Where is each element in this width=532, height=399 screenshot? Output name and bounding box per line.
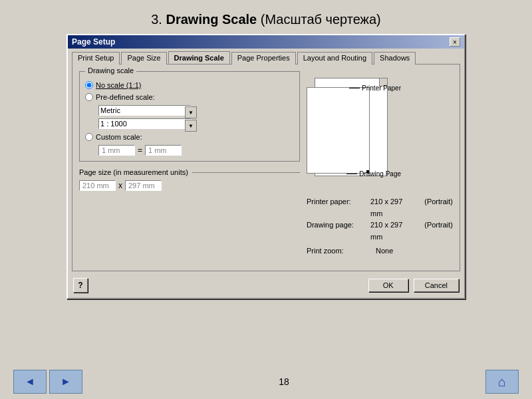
paper-preview-container: Printer Paper Drawing Page <box>307 78 400 191</box>
page-number: 18 <box>279 376 289 387</box>
printer-paper-value: 210 x 297 mm <box>370 196 415 219</box>
ratio-select[interactable]: 1 : 1000 <box>98 118 192 129</box>
radio-no-scale-input[interactable] <box>85 81 93 89</box>
prev-icon: ◄ <box>25 376 35 388</box>
paper-preview-area: Printer Paper Drawing Page Printer paper… <box>307 71 453 264</box>
radio-group: No scale (1:1) Pre-defined scale: Metric <box>85 81 294 156</box>
ratio-select-wrapper: 1 : 1000 <box>98 118 198 129</box>
home-button[interactable]: ⌂ <box>485 370 519 394</box>
radio-custom-input[interactable] <box>85 133 93 141</box>
custom-scale-input1[interactable] <box>98 145 135 156</box>
tab-page-properties[interactable]: Page Properties <box>231 52 296 65</box>
radio-predefined-input[interactable] <box>85 93 93 101</box>
metric-select[interactable]: Metric <box>98 105 192 116</box>
nav-bar: ◄ ► 18 ⌂ <box>0 364 532 399</box>
drawing-page-label-container: Drawing Page <box>346 170 401 178</box>
drawing-page-orient: (Portrait) <box>424 219 453 243</box>
info-text: Printer paper: 210 x 297 mm (Portrait) D… <box>307 196 453 257</box>
drawing-scale-section: Drawing scale No scale (1:1) Pre-d <box>79 71 300 162</box>
tab-drawing-scale[interactable]: Drawing Scale <box>168 51 230 64</box>
tabs-bar: Print Setup Page Size Drawing Scale Page… <box>68 49 464 64</box>
drawing-page-label: Drawing Page <box>359 170 401 178</box>
printer-paper-orient: (Portrait) <box>424 196 453 219</box>
tab-print-setup[interactable]: Print Setup <box>72 52 120 65</box>
radio-custom-label: Custom scale: <box>96 133 142 141</box>
prev-button[interactable]: ◄ <box>13 370 47 394</box>
radio-custom[interactable]: Custom scale: <box>85 133 294 141</box>
cancel-button[interactable]: Cancel <box>414 279 459 292</box>
page-size-label-line: Page size (in measurement units) <box>79 168 300 176</box>
printer-paper-label-container: Printer Paper <box>349 84 401 92</box>
right-panel: Printer Paper Drawing Page Printer paper… <box>307 71 453 264</box>
left-panel: Drawing scale No scale (1:1) Pre-d <box>79 71 300 264</box>
print-zoom-info-row: Print zoom: None <box>307 245 453 257</box>
next-icon: ► <box>61 376 71 388</box>
radio-no-scale[interactable]: No scale (1:1) <box>85 81 294 89</box>
close-button[interactable]: × <box>450 37 460 47</box>
tab-content: Drawing scale No scale (1:1) Pre-d <box>72 64 460 271</box>
print-zoom-key: Print zoom: <box>307 245 366 257</box>
printer-paper-info-row: Printer paper: 210 x 297 mm (Portrait) <box>307 196 453 219</box>
help-button[interactable]: ? <box>73 278 88 293</box>
page-title: 3. Drawing Scale (Масштаб чертежа) <box>151 12 381 27</box>
next-button[interactable]: ► <box>49 370 82 394</box>
page-size-row: x <box>79 180 300 191</box>
tab-shadows[interactable]: Shadows <box>374 52 416 65</box>
custom-scale-row: = <box>98 145 294 156</box>
drawing-page-value: 210 x 297 mm <box>370 219 415 243</box>
dialog-window: Page Setup × Print Setup Page Size Drawi… <box>66 34 466 299</box>
ok-button[interactable]: OK <box>368 279 408 292</box>
print-zoom-value: None <box>376 245 393 257</box>
printer-paper-key: Printer paper: <box>307 196 366 219</box>
custom-scale-input2[interactable] <box>145 145 182 156</box>
metric-select-wrapper: Metric <box>98 105 198 116</box>
dialog-title: Page Setup <box>72 37 115 47</box>
x-separator: x <box>118 181 122 190</box>
radio-no-scale-label: No scale (1:1) <box>96 81 141 89</box>
tab-layout-routing[interactable]: Layout and Routing <box>297 52 372 65</box>
tab-page-size[interactable]: Page Size <box>121 52 166 65</box>
drawing-page <box>307 87 370 174</box>
page-width-input[interactable] <box>79 180 116 191</box>
ratio-dropdown-row: 1 : 1000 <box>98 118 294 129</box>
radio-predefined-label: Pre-defined scale: <box>96 93 155 101</box>
equals-sign: = <box>138 146 142 155</box>
dialog-titlebar: Page Setup × <box>68 35 464 49</box>
drawing-page-info-row: Drawing page: 210 x 297 mm (Portrait) <box>307 219 453 243</box>
page-height-input[interactable] <box>125 180 162 191</box>
dialog-bottom: ? OK Cancel <box>68 275 464 298</box>
page-size-label: Page size (in measurement units) <box>79 168 188 176</box>
page-size-section: Page size (in measurement units) x <box>79 168 300 191</box>
printer-paper-label: Printer Paper <box>362 84 401 92</box>
drawing-scale-label: Drawing scale <box>85 66 136 74</box>
radio-predefined[interactable]: Pre-defined scale: <box>85 93 294 101</box>
drawing-page-key: Drawing page: <box>307 219 366 243</box>
metric-dropdown-row: Metric <box>98 105 294 116</box>
nav-btn-group: ◄ ► <box>13 370 82 394</box>
btn-group: OK Cancel <box>368 279 459 292</box>
home-icon: ⌂ <box>498 374 506 390</box>
